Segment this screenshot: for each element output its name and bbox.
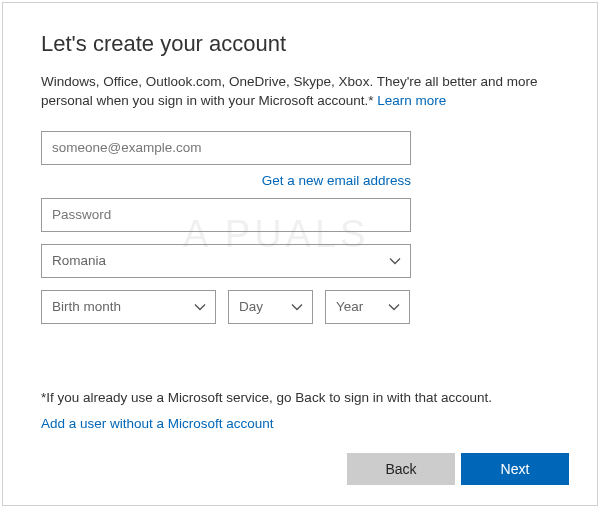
get-new-email-link[interactable]: Get a new email address — [262, 173, 411, 188]
button-row: Back Next — [347, 453, 569, 485]
intro-text: Windows, Office, Outlook.com, OneDrive, … — [41, 73, 565, 111]
signup-form: Get a new email address — [41, 131, 411, 324]
back-button[interactable]: Back — [347, 453, 455, 485]
birth-day-select[interactable] — [228, 290, 313, 324]
create-account-window: Let's create your account Windows, Offic… — [2, 2, 598, 506]
next-button[interactable]: Next — [461, 453, 569, 485]
learn-more-link[interactable]: Learn more — [377, 93, 446, 108]
password-field[interactable] — [41, 198, 411, 232]
footer-note: *If you already use a Microsoft service,… — [41, 390, 492, 405]
new-email-row: Get a new email address — [41, 173, 411, 188]
birth-day-value[interactable] — [228, 290, 313, 324]
birth-month-select[interactable] — [41, 290, 216, 324]
intro-copy: Windows, Office, Outlook.com, OneDrive, … — [41, 74, 538, 108]
email-field[interactable] — [41, 131, 411, 165]
birth-month-value[interactable] — [41, 290, 216, 324]
birth-year-value[interactable] — [325, 290, 410, 324]
page-title: Let's create your account — [41, 31, 565, 57]
country-value[interactable] — [41, 244, 411, 278]
country-select[interactable] — [41, 244, 411, 278]
birthdate-row — [41, 290, 411, 324]
add-user-without-account-link[interactable]: Add a user without a Microsoft account — [41, 416, 274, 431]
footer-link-row: Add a user without a Microsoft account — [41, 416, 274, 431]
birth-year-select[interactable] — [325, 290, 410, 324]
